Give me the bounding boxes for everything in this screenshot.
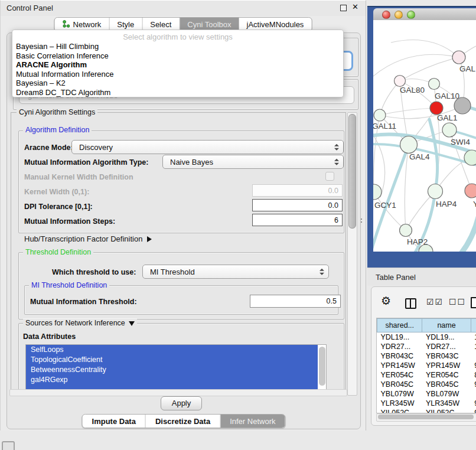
hub-definition-toggle[interactable]: Hub/Transcription Factor Definition xyxy=(24,234,152,243)
table-row[interactable]: YER054CYER054C8. xyxy=(377,370,476,380)
settings-scrollbar-thumb[interactable] xyxy=(348,114,356,229)
algorithm-option[interactable]: ARACNE Algorithm xyxy=(12,60,343,70)
table-cell: 13 xyxy=(471,332,476,343)
tab-discretize-data[interactable]: Discretize Data xyxy=(146,415,220,428)
table-row[interactable]: YBR043CYBR043C xyxy=(377,351,476,361)
mi-steps-field[interactable]: 6 xyxy=(252,214,343,226)
aracne-mode-combo[interactable]: Discovery xyxy=(71,140,344,154)
sources-group-title[interactable]: Sources for Network Inference xyxy=(23,319,137,327)
spinner-arrows-icon xyxy=(334,159,339,165)
data-attribute-item[interactable]: SelfLoops xyxy=(26,345,318,355)
tab-label: Cyni Toolbox xyxy=(187,20,231,29)
table-column-header[interactable]: name xyxy=(422,319,471,332)
which-threshold-combo[interactable]: MI Threshold xyxy=(142,265,329,279)
cyni-toolbox-panel: gal-filtered sif default node Select alg… xyxy=(6,32,361,429)
network-node[interactable] xyxy=(400,136,418,154)
table-cell: YBR043C xyxy=(377,351,422,361)
minimize-button[interactable] xyxy=(395,11,403,19)
table-hscrollbar[interactable] xyxy=(376,413,476,422)
table-cell: YLR345W xyxy=(377,399,422,408)
mi-type-label: Mutual Information Algorithm Type: xyxy=(24,158,148,167)
tab-label: Network xyxy=(73,20,102,29)
node-label: GAL4 xyxy=(409,152,430,161)
mi-threshold-value: 0.5 xyxy=(327,297,337,305)
mi-type-combo[interactable]: Naive Bayes xyxy=(162,155,344,169)
data-attribute-item[interactable]: TopologicalCoefficient xyxy=(26,355,318,365)
network-node[interactable] xyxy=(454,97,471,114)
data-attributes-label: Data Attributes xyxy=(23,332,76,341)
table-cell: YIL052C xyxy=(377,408,422,413)
table-column-header[interactable]: shared... xyxy=(377,319,422,332)
table-cell: YDR27... xyxy=(422,342,471,351)
table-cell: YIL052C xyxy=(422,408,471,413)
panel-divider-grabber[interactable] xyxy=(360,218,363,224)
node-label: GAL80 xyxy=(400,86,425,94)
dpi-tolerance-value: 0.0 xyxy=(328,201,338,210)
table-row[interactable]: YDL19...YDL19...13 xyxy=(377,332,476,343)
table-column-header[interactable] xyxy=(471,319,476,332)
tab-impute-data[interactable]: Impute Data xyxy=(83,415,146,428)
columns-icon[interactable] xyxy=(405,298,416,309)
algorithm-option[interactable]: Basic Correlation Inference xyxy=(12,51,343,61)
manual-kernel-label: Manual Kernel Width Definition xyxy=(24,173,133,181)
close-button[interactable] xyxy=(382,11,390,19)
close-icon[interactable]: ✕ xyxy=(352,2,358,11)
network-node[interactable] xyxy=(428,184,443,199)
bottom-tabbar: Impute Data Discretize Data Infer Networ… xyxy=(82,414,286,428)
table-panel-header: Table Panel xyxy=(367,268,476,286)
manual-kernel-checkbox[interactable] xyxy=(325,172,334,181)
float-window-icon[interactable] xyxy=(340,5,347,11)
table-cell: YBL079W xyxy=(422,389,471,399)
apply-button[interactable]: Apply xyxy=(161,396,202,410)
data-attribute-item[interactable]: BetweennessCentrality xyxy=(26,365,318,375)
algorithm-option[interactable]: Mutual Information Inference xyxy=(12,70,343,79)
data-attributes-list[interactable]: SelfLoopsTopologicalCoefficientBetweenne… xyxy=(25,344,327,390)
spinner-arrows-icon xyxy=(319,269,324,275)
network-node[interactable] xyxy=(395,76,406,87)
network-node[interactable] xyxy=(452,51,465,64)
network-node[interactable] xyxy=(464,150,476,165)
table-row[interactable]: YIL052CYIL052C9 xyxy=(377,408,476,413)
table-row[interactable]: YDR27...YDR27...12 xyxy=(377,342,476,351)
network-node[interactable] xyxy=(430,102,443,115)
dpi-tolerance-label: DPI Tolerance [0,1]: xyxy=(24,203,93,211)
network-node[interactable] xyxy=(373,184,382,200)
settings-hscrollbar[interactable] xyxy=(9,389,347,396)
table-row[interactable]: YBL079WYBL079W xyxy=(377,389,476,399)
table-cell: 9 xyxy=(471,408,476,413)
tab-label: Style xyxy=(117,20,134,29)
table-cell: YPR145W xyxy=(422,361,471,370)
tab-infer-network[interactable]: Infer Network xyxy=(220,415,285,428)
network-node[interactable] xyxy=(442,123,457,137)
minimized-panel-icon[interactable] xyxy=(2,441,15,450)
network-node[interactable] xyxy=(429,79,440,90)
table-cell: 8. xyxy=(471,370,476,380)
settings-scrollbar[interactable] xyxy=(347,112,357,396)
mi-threshold-field[interactable]: 0.5 xyxy=(250,295,341,308)
new-table-icon[interactable] xyxy=(471,297,476,308)
list-scrollbar-thumb[interactable] xyxy=(319,347,325,386)
table-cell: YDR27... xyxy=(377,342,422,351)
table-row[interactable]: YPR145WYPR145W9. xyxy=(377,361,476,370)
table-hscrollbar-thumb[interactable] xyxy=(378,415,474,419)
algorithm-option[interactable]: Dream8 DC_TDC Algorithm xyxy=(12,88,343,97)
gear-icon[interactable]: ⚙ xyxy=(381,294,391,307)
data-attribute-item[interactable]: gal4RGexp xyxy=(26,375,318,385)
table-row[interactable]: YLR345WYLR345W9. xyxy=(377,399,476,408)
tab-label: Discretize Data xyxy=(155,417,210,426)
network-node[interactable] xyxy=(400,224,412,237)
algorithm-option[interactable]: Bayesian – Hill Climbing xyxy=(12,42,343,51)
kernel-width-field: 0.0 xyxy=(252,184,343,197)
aracne-mode-label: Aracne Mode: xyxy=(24,144,73,152)
table-cell: YDL19... xyxy=(422,332,471,343)
network-canvas[interactable]: GALGAL80GAL10GAL1GAL11SWI4GAL4GCY1HAP4YH… xyxy=(373,20,476,252)
table-row[interactable]: YBR045CYBR045C9. xyxy=(377,380,476,389)
zoom-button[interactable] xyxy=(407,11,415,19)
network-node[interactable] xyxy=(465,184,476,198)
dpi-tolerance-field[interactable]: 0.0 xyxy=(252,199,343,211)
deselect-all-checkboxes-icon[interactable]: ☐☐ xyxy=(449,297,466,306)
network-window-titlebar[interactable] xyxy=(373,8,476,21)
algorithm-option[interactable]: Bayesian – K2 xyxy=(12,79,343,88)
select-all-checkboxes-icon[interactable]: ☑☑ xyxy=(426,297,444,306)
network-node[interactable] xyxy=(374,109,386,121)
